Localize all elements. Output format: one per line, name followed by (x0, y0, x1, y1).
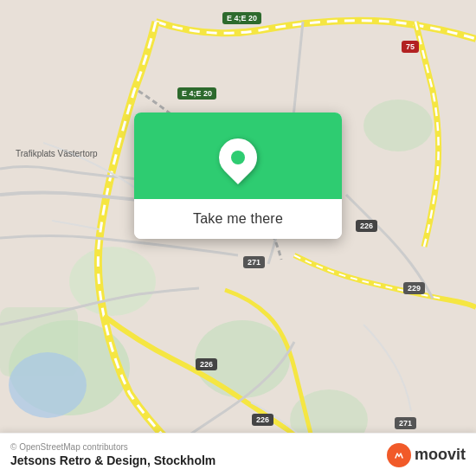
location-pin (217, 137, 259, 178)
pin-inner (228, 148, 248, 168)
road-badge-e4-e20-top: E 4;E 20 (222, 12, 261, 24)
place-name-text: Jetsons Retro & Design (10, 453, 147, 467)
road-badge-226-btm2: 226 (252, 414, 273, 426)
road-badge-271: 271 (243, 256, 265, 268)
moovit-text: moovit (415, 446, 466, 464)
svg-point-3 (363, 100, 433, 151)
map-label-trafikplats: Trafikplats Västertorp (16, 149, 98, 158)
city-text: Stockholm (154, 453, 216, 467)
place-name: Jetsons Retro & Design, Stockholm (10, 453, 215, 467)
svg-point-7 (9, 352, 87, 418)
moovit-logo: moovit (387, 443, 466, 467)
road-badge-226-bottom: 226 (196, 358, 217, 370)
bottom-left: © OpenStreetMap contributors Jetsons Ret… (10, 442, 215, 467)
road-badge-226-right: 226 (356, 220, 377, 232)
info-card: Take me there (134, 113, 342, 239)
road-badge-e4-e20-mid: E 4;E 20 (177, 87, 216, 100)
road-badge-271-b: 271 (395, 417, 416, 429)
attribution: © OpenStreetMap contributors (10, 442, 215, 452)
bottom-bar: © OpenStreetMap contributors Jetsons Ret… (0, 433, 476, 476)
take-me-there-button[interactable]: Take me there (134, 199, 342, 239)
road-badge-75: 75 (402, 41, 419, 53)
moovit-icon (387, 443, 411, 467)
card-header (134, 113, 342, 199)
pin-outer (211, 131, 265, 184)
road-badge-229: 229 (403, 282, 425, 294)
map-container: E 4;E 20 E 4;E 20 75 226 226 226 271 271… (0, 0, 476, 476)
